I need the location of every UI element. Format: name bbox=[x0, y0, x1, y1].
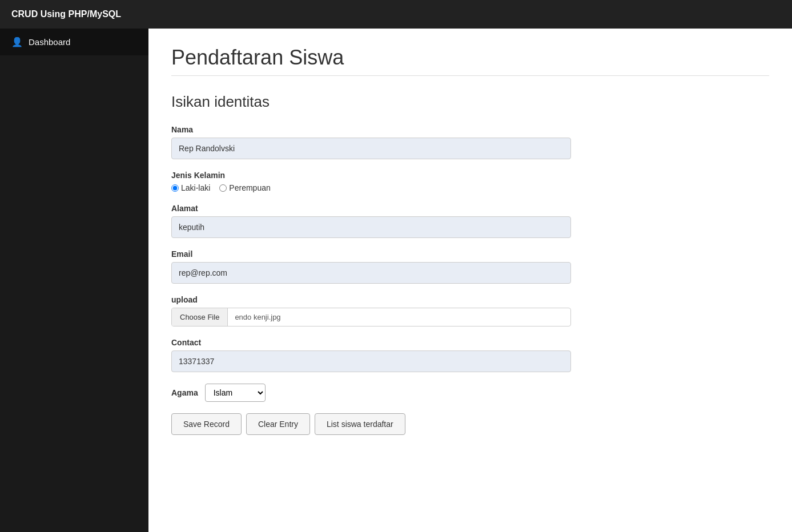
label-alamat: Alamat bbox=[171, 204, 769, 213]
sidebar-item-dashboard[interactable]: 👤 Dashboard bbox=[0, 29, 148, 55]
list-siswa-button[interactable]: List siswa terdaftar bbox=[315, 413, 405, 435]
form-section-title: Isikan identitas bbox=[171, 93, 769, 111]
clear-entry-button[interactable]: Clear Entry bbox=[246, 413, 310, 435]
label-agama: Agama bbox=[171, 388, 198, 397]
sidebar: 👤 Dashboard bbox=[0, 29, 148, 532]
field-upload: upload Choose File endo kenji.jpg bbox=[171, 295, 769, 327]
save-record-button[interactable]: Save Record bbox=[171, 413, 242, 435]
radio-label-laki-laki: Laki-laki bbox=[181, 183, 210, 192]
button-row: Save Record Clear Entry List siswa terda… bbox=[171, 413, 769, 435]
label-upload: upload bbox=[171, 295, 769, 304]
field-email: Email bbox=[171, 249, 769, 284]
file-input-wrapper: Choose File endo kenji.jpg bbox=[171, 308, 571, 327]
field-nama: Nama bbox=[171, 125, 769, 159]
dashboard-icon: 👤 bbox=[11, 37, 23, 47]
field-alamat: Alamat bbox=[171, 204, 769, 238]
sidebar-item-label: Dashboard bbox=[29, 37, 70, 47]
label-jenis-kelamin: Jenis Kelamin bbox=[171, 171, 769, 180]
topbar: CRUD Using PHP/MySQL bbox=[0, 0, 792, 29]
field-agama: Agama Islam Kristen Katolik Hindu Buddha… bbox=[171, 384, 769, 402]
label-nama: Nama bbox=[171, 125, 769, 134]
radio-input-laki-laki[interactable] bbox=[171, 184, 179, 192]
label-email: Email bbox=[171, 249, 769, 259]
agama-row: Agama Islam Kristen Katolik Hindu Buddha… bbox=[171, 384, 769, 402]
topbar-title: CRUD Using PHP/MySQL bbox=[11, 9, 121, 19]
select-agama[interactable]: Islam Kristen Katolik Hindu Buddha Kongh… bbox=[205, 384, 266, 402]
input-nama[interactable] bbox=[171, 138, 571, 159]
label-contact: Contact bbox=[171, 338, 769, 347]
main-content: Pendaftaran Siswa Isikan identitas Nama … bbox=[148, 29, 792, 532]
divider bbox=[171, 75, 769, 76]
page-title: Pendaftaran Siswa bbox=[171, 46, 769, 70]
radio-input-perempuan[interactable] bbox=[219, 184, 227, 192]
field-contact: Contact bbox=[171, 338, 769, 372]
choose-file-button[interactable]: Choose File bbox=[172, 308, 228, 326]
input-email[interactable] bbox=[171, 262, 571, 284]
file-name-display: endo kenji.jpg bbox=[228, 308, 570, 326]
radio-laki-laki[interactable]: Laki-laki bbox=[171, 183, 210, 192]
radio-perempuan[interactable]: Perempuan bbox=[219, 183, 270, 192]
radio-label-perempuan: Perempuan bbox=[229, 183, 270, 192]
radio-group-jenis-kelamin: Laki-laki Perempuan bbox=[171, 183, 769, 192]
input-contact[interactable] bbox=[171, 350, 571, 372]
field-jenis-kelamin: Jenis Kelamin Laki-laki Perempuan bbox=[171, 171, 769, 192]
input-alamat[interactable] bbox=[171, 216, 571, 238]
